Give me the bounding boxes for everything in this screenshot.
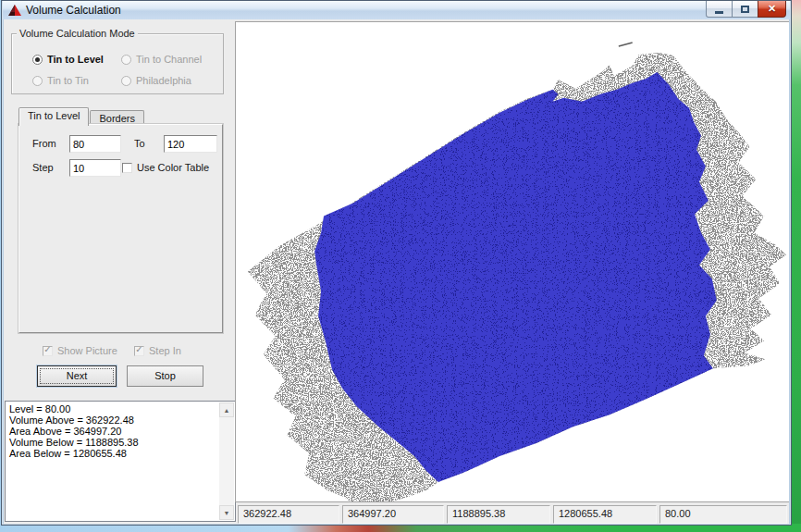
to-input[interactable] xyxy=(164,135,217,153)
use-color-table-label: Use Color Table xyxy=(137,162,209,173)
tab-tin-to-level[interactable]: Tin to Level xyxy=(18,107,89,126)
close-button[interactable]: ✕ xyxy=(758,1,786,18)
from-input[interactable] xyxy=(69,135,121,153)
step-in-checkbox[interactable]: ✓ Step In xyxy=(134,345,181,356)
show-picture-checkbox[interactable]: ✓ Show Picture xyxy=(43,345,117,356)
maximize-icon xyxy=(741,6,749,13)
show-picture-label: Show Picture xyxy=(57,345,117,356)
radio-icon xyxy=(32,76,43,86)
close-icon: ✕ xyxy=(768,4,776,14)
results-lines: Level = 80.00Volume Above = 362922.48Are… xyxy=(6,402,219,521)
result-line: Volume Above = 362922.48 xyxy=(9,414,219,426)
tab-borders[interactable]: Borders xyxy=(90,110,144,125)
radio-label: Tin to Tin xyxy=(47,75,89,86)
checkbox-icon: ✓ xyxy=(43,346,53,356)
desktop-wallpaper-right xyxy=(792,0,801,532)
status-panel: 364997.20 xyxy=(342,505,444,524)
radio-tin-to-tin[interactable]: Tin to Tin xyxy=(32,75,89,86)
client-area: Volume Calculation Mode Tin to LevelTin … xyxy=(4,19,789,524)
status-panel: 1188895.38 xyxy=(447,505,550,524)
radio-icon xyxy=(32,55,43,65)
volume-calculation-window: Volume Calculation ✕ Volume Calculation … xyxy=(1,0,792,526)
to-label: To xyxy=(134,138,145,149)
maximize-button[interactable] xyxy=(732,1,758,18)
checkbox-icon: ✓ xyxy=(134,346,144,356)
radio-tin-to-level[interactable]: Tin to Level xyxy=(32,54,104,65)
from-label: From xyxy=(32,138,56,149)
next-button[interactable]: Next xyxy=(37,365,117,387)
titlebar[interactable]: Volume Calculation xyxy=(3,1,790,19)
result-line: Area Above = 364997.20 xyxy=(9,426,219,437)
scroll-up-icon[interactable]: ▲ xyxy=(219,402,234,417)
radio-icon xyxy=(121,76,131,86)
result-line: Volume Below = 1188895.38 xyxy=(9,437,219,448)
tin-map-canvas[interactable] xyxy=(235,21,789,502)
step-input[interactable] xyxy=(69,159,121,177)
selection-region-mesh xyxy=(314,72,717,482)
radio-label: Philadelphia xyxy=(136,75,191,86)
status-panel: 362922.48 xyxy=(238,505,339,524)
stray-tin-edge xyxy=(619,43,633,46)
volume-calculation-mode-group: Volume Calculation Mode Tin to LevelTin … xyxy=(11,33,224,94)
step-in-label: Step In xyxy=(149,345,181,356)
checkbox-icon: ✓ xyxy=(122,163,132,173)
minimize-icon xyxy=(715,11,723,14)
scroll-down-icon[interactable]: ▼ xyxy=(219,505,234,520)
group-label: Volume Calculation Mode xyxy=(17,28,138,39)
window-title: Volume Calculation xyxy=(26,4,121,17)
step-label: Step xyxy=(32,162,54,173)
minimize-button[interactable] xyxy=(706,1,733,18)
result-line: Level = 80.00 xyxy=(9,403,219,414)
results-listbox[interactable]: Level = 80.00Volume Above = 362922.48Are… xyxy=(5,401,236,522)
use-color-table-checkbox[interactable]: ✓ Use Color Table xyxy=(122,162,209,173)
radio-label: Tin to Channel xyxy=(136,54,202,65)
radio-philadelphia[interactable]: Philadelphia xyxy=(121,75,191,86)
radio-label: Tin to Level xyxy=(47,54,104,65)
radio-icon xyxy=(121,55,131,65)
result-line: Area Below = 1280655.48 xyxy=(9,448,219,459)
tab-panel-tin-to-level: From To Step ✓ Use Color Table xyxy=(18,124,223,333)
app-icon xyxy=(8,5,21,17)
tin-mesh-drawing xyxy=(236,22,789,501)
tab-strip: Tin to LevelBorders xyxy=(18,107,145,125)
status-panel: 1280655.48 xyxy=(553,505,657,524)
status-bar: 362922.48364997.201188895.381280655.4880… xyxy=(236,504,789,524)
stop-button[interactable]: Stop xyxy=(127,365,203,387)
radio-tin-to-channel[interactable]: Tin to Channel xyxy=(121,54,202,65)
results-scrollbar[interactable]: ▲ ▼ xyxy=(219,402,234,520)
status-panel: 80.00 xyxy=(659,505,787,524)
